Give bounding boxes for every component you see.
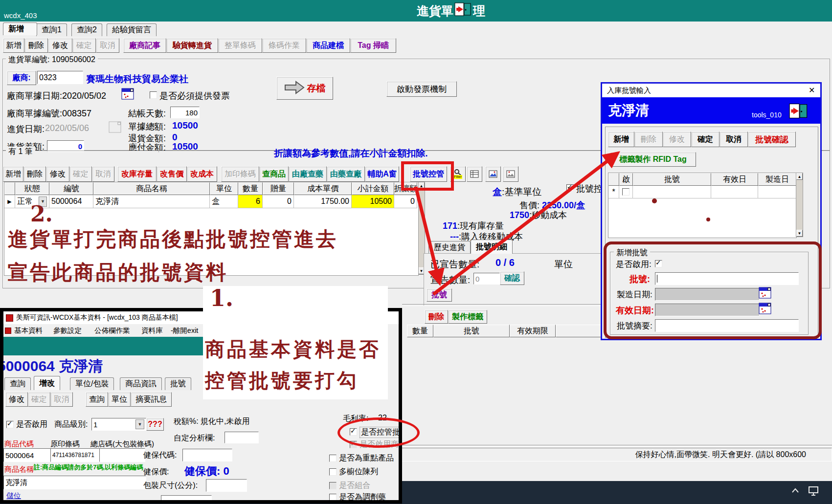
pw-query-button[interactable]: 查詢 (86, 392, 108, 407)
row-add-button[interactable]: 新增 (3, 166, 23, 182)
menu-basic-data[interactable]: 基本資料 (14, 326, 43, 335)
pw-batch-control-checkbox[interactable] (350, 428, 357, 436)
pw-store-code-input[interactable] (99, 448, 145, 462)
drug-to-vendor-button[interactable]: 由藥查廠 (327, 166, 365, 182)
row-batch-cell[interactable] (633, 186, 711, 198)
batch-control-checkbox[interactable] (566, 184, 574, 192)
scroll-down-icon[interactable]: ▼ (796, 230, 803, 237)
pw-unit-button[interactable]: 單位 (108, 392, 131, 407)
save-button[interactable]: 存檔 (276, 77, 333, 100)
row-validdate-cell[interactable] (711, 186, 758, 198)
row-delete-button[interactable]: 刪除 (23, 166, 46, 182)
pw-dispensing-checkbox[interactable] (329, 494, 337, 501)
calendar-icon[interactable] (759, 303, 771, 316)
change-stock-button[interactable]: 改庫存量 (117, 166, 157, 182)
make-label-button[interactable]: 製作標籤 (448, 310, 487, 324)
pw-summary-button[interactable]: 摘要訊息 (131, 392, 172, 407)
declare-qty-input[interactable]: 0 (473, 273, 500, 285)
edit-button[interactable]: 修改 (48, 38, 72, 53)
dialog-cancel-button[interactable]: 取消 (720, 131, 748, 147)
menu-parameters[interactable]: 參數設定 (53, 326, 82, 335)
inspection-to-purchase-button[interactable]: 驗貨轉進貨 (166, 38, 218, 53)
tab-inspection-note[interactable]: 給驗貨留言 (107, 23, 157, 36)
batch-delete-button[interactable]: 刪除 (425, 310, 448, 324)
pw-pkg-input[interactable] (206, 479, 247, 492)
scroll-up-icon[interactable]: ▲ (418, 182, 425, 189)
row-mfgdate-cell[interactable] (758, 186, 796, 198)
pw-tab-edit[interactable]: 增改 (34, 376, 60, 390)
confirm-qty-button[interactable]: 確認 (500, 271, 524, 285)
helper-window-button[interactable]: 輔助A窗 (365, 166, 399, 182)
pw-bottom-cut-input[interactable] (161, 495, 212, 504)
pw-custom-input[interactable] (225, 432, 259, 443)
close-days-input[interactable]: 180 (170, 107, 200, 118)
menu-exit[interactable]: -離開exit (171, 326, 198, 335)
batch-no-input[interactable] (655, 272, 799, 285)
dialog-batch-confirm-button[interactable]: 批號確認 (748, 131, 796, 147)
pw-nhi-code-input[interactable] (182, 449, 232, 461)
dialog-title-bar[interactable]: 入庫批號輸入 ✕ (602, 84, 820, 98)
pw-enable-checkbox[interactable] (6, 421, 14, 428)
exit-door-icon[interactable] (454, 2, 472, 19)
vendor-to-drug-button[interactable]: 由廠查藥 (289, 166, 327, 182)
pw-code-input[interactable]: 5000064 (3, 448, 52, 462)
pw-barcode-input[interactable]: 4711436781871 (50, 448, 101, 462)
add-button[interactable]: 新增 (3, 38, 24, 53)
row-edit-button[interactable]: 修改 (46, 166, 69, 182)
grid-icon-button[interactable] (467, 166, 482, 182)
tray-network-icon[interactable] (807, 486, 820, 499)
enable-checkbox[interactable] (655, 260, 662, 267)
pw-key-product-checkbox[interactable] (329, 455, 337, 462)
batch-summary-input[interactable] (655, 319, 799, 332)
dialog-add-button[interactable]: 新增 (608, 131, 634, 147)
exp-date-input[interactable] (655, 304, 760, 316)
change-price-button[interactable]: 改售價 (157, 166, 187, 182)
delete-button[interactable]: 刪除 (24, 38, 48, 53)
image-icon-button-2[interactable] (503, 166, 518, 182)
must-invoice-checkbox[interactable] (150, 91, 157, 99)
query-product-button[interactable]: 查商品 (259, 166, 289, 182)
pw-tab-unit-pack[interactable]: 單位/包裝 (70, 377, 114, 390)
close-icon[interactable]: ✕ (809, 86, 815, 95)
pw-edit-button[interactable]: 修改 (5, 392, 28, 407)
batch-button[interactable]: 批號 (427, 288, 452, 302)
image-icon-button-1[interactable] (485, 166, 501, 182)
invoice-mechanism-button[interactable]: 啟動發票機制 (386, 81, 457, 97)
tab-query2[interactable]: 查詢2 (71, 23, 102, 36)
tag-scan-button[interactable]: Tag 掃瞄 (350, 38, 396, 53)
pw-tab-batch[interactable]: 批號 (165, 377, 191, 390)
table-row[interactable]: 正常 5000064 克淨清 盒 6 0 1750.00 10500 0 (4, 195, 417, 208)
batch-control-button[interactable]: 批號控管 (410, 166, 447, 182)
exit-door-icon[interactable] (789, 103, 809, 121)
pw-name-input[interactable]: 克淨清 (3, 476, 146, 489)
row-enable-checkbox[interactable] (622, 188, 630, 196)
dialog-grid-scrollbar[interactable]: ▲ ▼ (796, 173, 803, 237)
vendor-notes-button[interactable]: 廠商記事 (123, 38, 166, 53)
pw-help-button[interactable]: ??? (146, 418, 164, 431)
pw-tab-query[interactable]: 查詢 (4, 377, 31, 390)
dialog-confirm-button[interactable]: 確定 (691, 131, 720, 147)
tab-batch-detail[interactable]: 批號明細 (471, 240, 513, 254)
menu-database[interactable]: 資料庫 (141, 326, 163, 335)
pw-multi-shelf-checkbox[interactable] (329, 468, 337, 476)
mfg-date-input[interactable] (655, 288, 760, 301)
tab-history-purchase[interactable]: 歷史進貨 (428, 241, 471, 254)
calendar-icon[interactable] (121, 88, 134, 102)
chevron-down-icon[interactable] (135, 419, 144, 429)
calendar-icon[interactable] (759, 287, 771, 301)
scroll-up-icon[interactable]: ▲ (796, 173, 803, 180)
vendor-code-input[interactable]: 0323 (37, 71, 83, 84)
pw-tab-product-info[interactable]: 商品資訊 (120, 377, 162, 390)
tab-new[interactable]: 新增 (3, 22, 37, 35)
menu-bulletin[interactable]: 公佈欄作業 (94, 326, 130, 335)
change-cost-button[interactable]: 改成本 (187, 166, 217, 182)
batch-new-row[interactable]: * (608, 186, 796, 198)
vendor-button[interactable]: 廠商: (7, 71, 36, 85)
pw-storage-link[interactable]: 儲位 (6, 491, 21, 501)
pw-level-dropdown[interactable]: 1 (91, 418, 146, 431)
tab-query1[interactable]: 查詢1 (36, 23, 67, 36)
tray-chevron-up-icon[interactable] (790, 486, 800, 498)
rfid-label-button[interactable]: 標籤製作 RFID Tag (610, 152, 696, 167)
product-create-button[interactable]: 商品建檔 (306, 38, 350, 53)
filter-icon-button[interactable]: Filter (450, 166, 466, 182)
